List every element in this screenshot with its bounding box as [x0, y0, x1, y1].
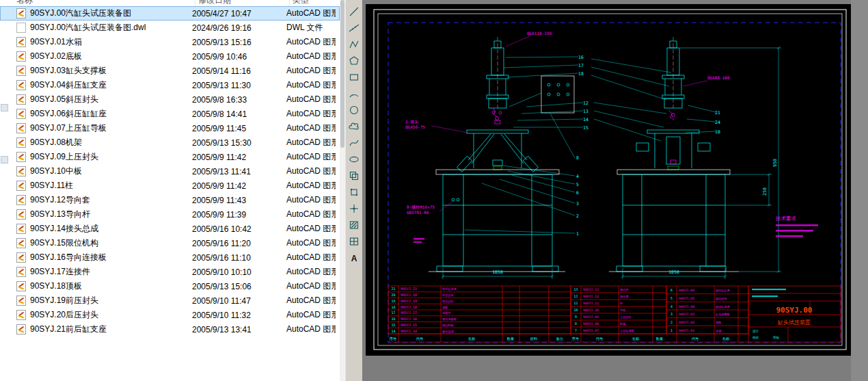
autocad-drawing-pane: 技术要求 90SYJ.00 缸头试压装置 QGA110-150QGA80-100…	[362, 0, 868, 381]
bom-item-code: 90SYJ.14	[401, 329, 417, 333]
scrollbar-thumb[interactable]	[340, 0, 344, 148]
region-icon[interactable]	[347, 234, 362, 249]
dwg-file-icon	[16, 281, 26, 291]
file-row[interactable]: 90SYJ.03缸头支撑板2005/9/14 11:16AutoCAD 图形	[0, 64, 340, 78]
insert-block-icon[interactable]	[347, 168, 362, 183]
file-row[interactable]: 90SYJ.07上压缸导板2005/9/9 11:45AutoCAD 图形	[0, 121, 340, 135]
file-row[interactable]: 90SYJ.06斜压缸缸座2005/9/8 14:41AutoCAD 图形	[0, 107, 340, 121]
column-header-name[interactable]: 名称	[16, 0, 195, 6]
file-modified-date: 2005/9/8 14:41	[192, 109, 286, 119]
dwg-file-icon	[16, 195, 26, 205]
bom-item-no: 7	[575, 328, 577, 332]
file-type: AutoCAD 图形	[286, 137, 336, 148]
bom-item-no: 19	[391, 299, 395, 303]
bom-item-no: 12	[573, 294, 578, 298]
spline-icon[interactable]	[347, 135, 362, 150]
file-row[interactable]: 90SYJ.21前后缸支座2005/9/13 13:41AutoCAD 图形	[0, 322, 340, 337]
file-row[interactable]: 90SYJ.15限位机构2005/9/16 11:20AutoCAD 图形	[0, 236, 340, 250]
polyline-icon[interactable]	[347, 37, 362, 52]
bom-item-no: 10	[573, 308, 578, 312]
file-row[interactable]: 90SYJ.01水箱2005/9/13 15:16AutoCAD 图形	[0, 35, 340, 49]
bom-item-name: 接头总成	[442, 330, 455, 333]
file-row[interactable]: 90SYJ.14接头总成2005/9/16 10:42AutoCAD 图形	[0, 222, 340, 236]
bom-item-name: 上压缸导板	[620, 329, 634, 332]
file-name: 90SYJ.05斜压封头	[30, 94, 192, 105]
bom-item-no: 13	[573, 287, 578, 291]
make-block-icon[interactable]	[347, 185, 362, 200]
file-name: 90SYJ.17连接件	[30, 266, 192, 278]
side-view	[609, 37, 739, 272]
autocad-draw-toolbar: A	[345, 0, 362, 381]
bom-item-no: 11	[573, 301, 578, 305]
construction-line-icon[interactable]	[347, 21, 362, 36]
file-name: 90SYJ.16导向连接板	[30, 252, 192, 263]
polygon-icon[interactable]	[347, 53, 362, 68]
ellipse-icon[interactable]	[347, 152, 362, 167]
file-type: AutoCAD 图形	[286, 8, 336, 19]
arc-icon[interactable]	[347, 86, 362, 101]
circle-icon[interactable]	[347, 103, 362, 118]
file-row[interactable]: 90SYJ.17连接件2005/9/10 10:10AutoCAD 图形	[0, 265, 340, 279]
callout-number: 8	[576, 155, 579, 161]
file-modified-date: 2005/4/27 10:47	[192, 9, 286, 18]
bom-item-name: 后压封头	[442, 293, 455, 297]
revision-cloud-icon[interactable]	[347, 119, 362, 134]
file-row[interactable]: 90SYJ.02底板2005/9/9 10:46AutoCAD 图形	[0, 49, 340, 64]
file-row[interactable]: 90SYJ.00汽缸头试压装备图2005/4/27 10:47AutoCAD 图…	[0, 6, 340, 21]
bom-item-no: 4	[670, 304, 673, 308]
file-modified-date: 2005/9/10 11:47	[192, 296, 286, 306]
file-modified-date: 2005/9/13 11:30	[192, 81, 286, 90]
bom-item-name: 前压封头	[442, 300, 455, 303]
callout-number: 15	[583, 125, 588, 131]
file-row[interactable]: 90SYJ.08机架2005/9/13 15:30AutoCAD 图形	[0, 135, 340, 150]
dimension-text: 1050	[492, 270, 503, 275]
bom-item-name: 导向套	[620, 295, 629, 298]
file-modified-date: 2005/9/13 13:41	[192, 325, 286, 334]
file-name: 90SYJ.07上压缸导板	[30, 122, 192, 134]
cad-drawing-area[interactable]: 技术要求 90SYJ.00 缸头试压装置 QGA110-150QGA80-100…	[366, 4, 851, 356]
cad-canvas[interactable]: 技术要求 90SYJ.00 缸头试压装置 QGA110-150QGA80-100…	[366, 4, 851, 356]
bom-item-no: 16	[391, 317, 395, 321]
hatch-icon[interactable]	[347, 218, 362, 233]
bom-item-name: 顶板	[442, 306, 448, 309]
file-row[interactable]: 90SYJ.19前压封头2005/9/10 11:47AutoCAD 图形	[0, 293, 340, 308]
file-row[interactable]: 90SYJ.12导向套2005/9/9 11:43AutoCAD 图形	[0, 193, 340, 207]
dwg-file-icon	[16, 137, 26, 148]
point-icon[interactable]	[347, 201, 362, 216]
file-type: AutoCAD 图形	[286, 295, 336, 306]
file-row[interactable]: 90SYJ.16导向连接板2005/9/16 11:10AutoCAD 图形	[0, 250, 340, 265]
callout-number: 3	[576, 201, 579, 207]
file-row[interactable]: 90SYJ.11柱2005/9/9 11:42AutoCAD 图形	[0, 179, 340, 193]
file-row[interactable]: 90SYJ.10中板2005/9/13 11:41AutoCAD 图形	[0, 164, 340, 179]
file-name: 90SYJ.20后压封头	[30, 309, 192, 321]
file-modified-date: 2005/9/9 11:45	[192, 124, 286, 133]
file-row[interactable]: 90SYJ.05斜压封头2005/9/8 16:33AutoCAD 图形	[0, 92, 340, 107]
drawing-frame	[374, 10, 846, 350]
rectangle-icon[interactable]	[347, 70, 362, 85]
dimension-text: 1050	[668, 270, 679, 275]
bom-header-cell: 名称	[467, 337, 476, 341]
dwg-file-icon	[16, 267, 26, 277]
file-row[interactable]: 90SYJ.18顶板2005/9/13 15:06AutoCAD 图形	[0, 279, 340, 293]
callout-number: 10	[715, 129, 720, 135]
vertical-scrollbar[interactable]	[340, 0, 345, 381]
bom-item-no: 3	[670, 312, 673, 316]
leader-lines	[431, 36, 716, 233]
title-block-small-label: 审核	[773, 336, 780, 339]
column-header-type[interactable]: 类型	[289, 0, 338, 6]
file-row[interactable]: 90SYJ.00汽缸头试压装备图.dwl2024/9/26 19:16DWL 文…	[0, 21, 340, 35]
file-row[interactable]: 90SYJ.13导向杆2005/9/9 11:39AutoCAD 图形	[0, 207, 340, 222]
dwg-file-icon	[16, 80, 26, 90]
bom-item-no: 18	[391, 305, 395, 309]
file-row[interactable]: 90SYJ.09上压封头2005/9/9 11:42AutoCAD 图形	[0, 150, 340, 164]
file-row[interactable]: 90SYJ.04斜压缸支座2005/9/13 11:30AutoCAD 图形	[0, 78, 340, 92]
bom-item-no: 9	[575, 315, 577, 319]
callout-number: 1	[576, 231, 579, 237]
file-modified-date: 2005/9/16 10:42	[192, 224, 286, 234]
column-header-date[interactable]: 修改日期	[195, 0, 289, 6]
line-icon[interactable]	[347, 4, 362, 19]
file-row[interactable]: 90SYJ.20后压封头2005/9/10 11:32AutoCAD 图形	[0, 308, 340, 322]
file-name: 90SYJ.04斜压缸支座	[30, 79, 192, 91]
grid-limits-rectangle	[388, 23, 841, 343]
multiline-text-icon[interactable]: A	[347, 250, 362, 265]
